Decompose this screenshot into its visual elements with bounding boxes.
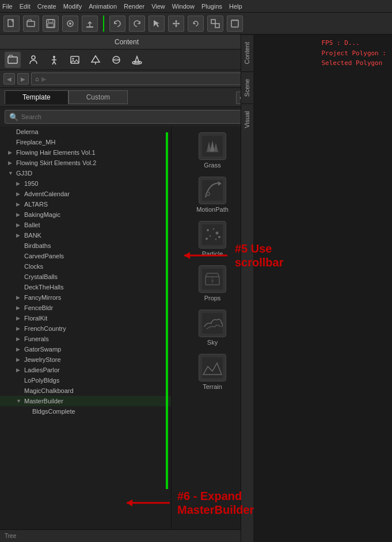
tree-item-1950[interactable]: ▶ 1950 xyxy=(0,178,171,189)
tree-arrow-expand: ▶ xyxy=(16,326,22,331)
menu-animation[interactable]: Animation xyxy=(89,3,117,10)
tree-item-adventcalendar[interactable]: ▶ AdventCalendar xyxy=(0,189,171,199)
main-toolbar xyxy=(0,13,392,35)
tree-item-jewelrystore[interactable]: ▶ JewelryStore xyxy=(0,354,171,365)
menu-help[interactable]: Help xyxy=(229,3,242,10)
tree-label: ALTARS xyxy=(24,201,48,208)
svg-line-27 xyxy=(54,62,56,64)
category-grass[interactable]: Grass xyxy=(174,129,251,172)
svg-rect-43 xyxy=(202,224,223,245)
tree-item-fancymirrors[interactable]: ▶ FancyMirrors xyxy=(0,292,171,303)
side-tab-scene[interactable]: Scene xyxy=(241,71,254,104)
tree-item-ballet[interactable]: ▶ Ballet xyxy=(0,220,171,230)
search-wrapper: 🔍 xyxy=(5,110,249,124)
tree-item-bakingmagic[interactable]: ▶ BakingMagic xyxy=(0,209,171,220)
content-icon-folder[interactable] xyxy=(5,52,21,68)
tree-item-fireplace[interactable]: Fireplace_MH xyxy=(0,137,171,147)
tree-label: GJ3D xyxy=(16,170,32,177)
tree-label: Delerna xyxy=(16,128,39,135)
svg-point-49 xyxy=(215,239,217,241)
content-icon-figure[interactable] xyxy=(46,52,62,68)
tree-label: JewelryStore xyxy=(24,356,61,363)
menu-plugins[interactable]: Plugins xyxy=(201,3,222,10)
tab-template[interactable]: Template xyxy=(5,90,68,104)
tree-item-fencebldr[interactable]: ▶ FenceBldr xyxy=(0,303,171,313)
side-tab-visual[interactable]: Visual xyxy=(241,104,254,135)
tree-label: BakingMagic xyxy=(24,211,60,218)
tree-item-bank[interactable]: ▶ BANK xyxy=(0,230,171,241)
category-motionpath[interactable]: MotionPath xyxy=(174,173,251,216)
tree-arrow-expand: ▶ xyxy=(16,336,22,342)
content-icon-image[interactable] xyxy=(67,52,83,68)
open-button[interactable] xyxy=(23,16,39,32)
nav-home-icon[interactable]: ⌂ xyxy=(35,75,39,82)
tree-item-clocks[interactable]: Clocks xyxy=(0,261,171,272)
tree-item-birdbaths[interactable]: Birdbaths xyxy=(0,241,171,251)
save-button[interactable] xyxy=(43,16,59,32)
menu-render[interactable]: Render xyxy=(124,3,144,10)
tree-item-deckhalls[interactable]: DeckTheHalls xyxy=(0,282,171,292)
tree-item-bldgscomplete[interactable]: BldgsComplete xyxy=(0,406,171,417)
tree-label: MasterBuilder xyxy=(24,398,63,404)
nav-forward-button[interactable]: ▶ xyxy=(17,73,29,85)
category-props[interactable]: Props xyxy=(174,262,251,305)
nav-row: ◀ ▶ ⌂ ▶ xyxy=(0,70,253,88)
nav-back-button[interactable]: ◀ xyxy=(3,73,15,85)
new-button[interactable] xyxy=(3,16,20,32)
tree-item-flowing-skirt[interactable]: ▶ Flowing Skirt Elements Vol.2 xyxy=(0,158,171,168)
svg-rect-18 xyxy=(215,24,219,28)
redo-button[interactable] xyxy=(129,16,145,32)
content-icon-person[interactable] xyxy=(25,52,41,68)
tree-arrow-expand: ▶ xyxy=(16,212,22,217)
tree-item-carvedpanels[interactable]: CarvedPanels xyxy=(0,251,171,261)
menu-file[interactable]: File xyxy=(2,3,13,10)
svg-point-29 xyxy=(73,58,74,59)
tree-item-magicchalkboard[interactable]: MagicChalkboard xyxy=(0,385,171,396)
tree-arrow-expand: ▶ xyxy=(16,346,22,352)
tree-item-floralkit[interactable]: ▶ FloralKit xyxy=(0,313,171,323)
tree-item-frenchcountry[interactable]: ▶ FrenchCountry xyxy=(0,323,171,334)
menu-modify[interactable]: Modify xyxy=(63,3,82,10)
tree-arrow-expand: ▶ xyxy=(16,295,22,300)
tree-item-flowing-hair[interactable]: ▶ Flowing Hair Elements Vol.1 xyxy=(0,147,171,158)
category-terrain-icon xyxy=(199,354,226,381)
svg-point-54 xyxy=(211,280,214,282)
tree-item-gj3d[interactable]: ▼ GJ3D xyxy=(0,168,171,178)
rotate-button[interactable] xyxy=(188,16,204,32)
menu-window[interactable]: Window xyxy=(172,3,195,10)
camera-fit-button[interactable] xyxy=(227,16,243,32)
tree-item-gatorswamp[interactable]: ▶ GatorSwamp xyxy=(0,344,171,354)
scrollbar-indicator[interactable] xyxy=(166,132,168,489)
svg-point-45 xyxy=(213,228,215,230)
category-grass-label: Grass xyxy=(204,162,220,169)
tree-item-masterbuilder[interactable]: ▼ MasterBuilder xyxy=(0,396,171,406)
export-button[interactable] xyxy=(82,16,98,32)
tab-custom[interactable]: Custom xyxy=(68,90,128,104)
category-terrain[interactable]: Terrain xyxy=(174,350,251,394)
undo-button[interactable] xyxy=(109,16,125,32)
svg-marker-12 xyxy=(175,20,177,22)
preview-button[interactable] xyxy=(62,16,78,32)
svg-point-23 xyxy=(53,56,55,58)
tree-item-funerals[interactable]: ▶ Funerals xyxy=(0,334,171,344)
menu-edit[interactable]: Edit xyxy=(20,3,31,10)
move-button[interactable] xyxy=(168,16,184,32)
tree-arrow-expand: ▶ xyxy=(16,315,22,321)
search-input[interactable] xyxy=(5,110,249,124)
tree-item-crystalballs[interactable]: CrystalBalls xyxy=(0,272,171,282)
content-icon-hat[interactable] xyxy=(129,52,145,68)
content-icon-tree[interactable] xyxy=(87,52,104,68)
tree-item-ladiesparlor[interactable]: ▶ LadiesParlor xyxy=(0,365,171,375)
tree-item-lopolybldgs[interactable]: LoPolyBldgs xyxy=(0,375,171,385)
menu-create[interactable]: Create xyxy=(37,3,56,10)
content-icon-ball[interactable] xyxy=(108,52,124,68)
category-sky[interactable]: Sky xyxy=(174,306,251,349)
scale-button[interactable] xyxy=(207,16,223,32)
side-tab-content[interactable]: Content xyxy=(241,35,254,71)
tree-item-altars[interactable]: ▶ ALTARS xyxy=(0,199,171,209)
tree-item-delerna[interactable]: Delerna xyxy=(0,127,171,137)
menu-view[interactable]: View xyxy=(151,3,165,10)
select-button[interactable] xyxy=(149,16,165,32)
category-particle[interactable]: Particle xyxy=(174,217,251,261)
svg-line-26 xyxy=(52,62,54,64)
